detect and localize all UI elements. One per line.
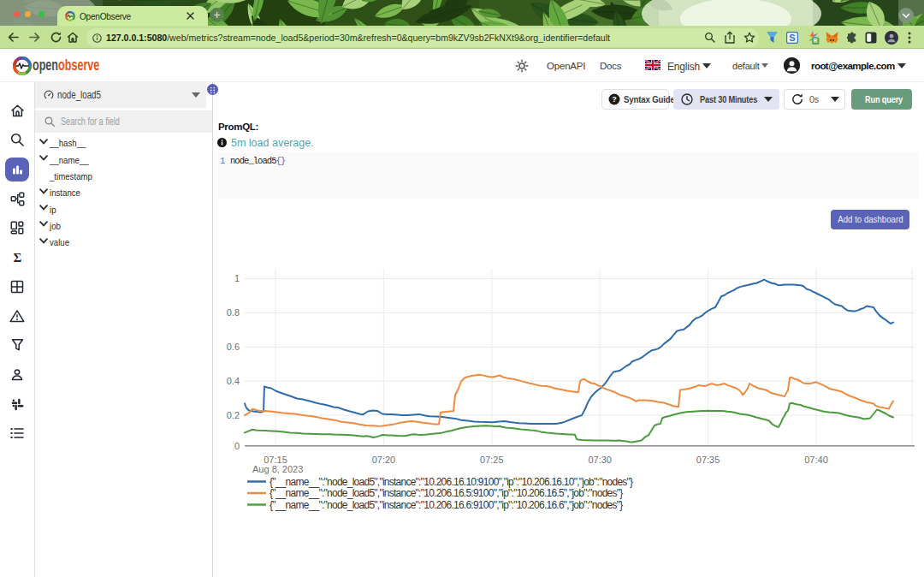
svg-text:07:20: 07:20 bbox=[372, 455, 396, 465]
svg-text:1: 1 bbox=[234, 273, 240, 283]
svg-text:07:40: 07:40 bbox=[804, 455, 828, 465]
svg-text:07:25: 07:25 bbox=[480, 455, 504, 465]
svg-text:Σ: Σ bbox=[13, 251, 21, 265]
svg-text:R: R bbox=[814, 38, 818, 44]
svg-text:07:15: 07:15 bbox=[264, 455, 287, 465]
svg-text:Aug 8, 2023: Aug 8, 2023 bbox=[252, 464, 303, 474]
svg-text:07:35: 07:35 bbox=[696, 455, 720, 465]
svg-text:S: S bbox=[789, 33, 795, 43]
svg-text:?: ? bbox=[612, 95, 616, 104]
svg-text:0.6: 0.6 bbox=[227, 342, 240, 352]
svg-text:07:30: 07:30 bbox=[588, 455, 612, 465]
svg-text:0: 0 bbox=[234, 441, 240, 451]
svg-text:0.4: 0.4 bbox=[227, 376, 240, 386]
svg-text:0.8: 0.8 bbox=[227, 307, 240, 318]
svg-text:0.2: 0.2 bbox=[227, 410, 240, 420]
svg-text:{"__name__":"node_load5","inst: {"__name__":"node_load5","instance":"10.… bbox=[270, 476, 633, 488]
svg-text:{"__name__":"node_load5","inst: {"__name__":"node_load5","instance":"10.… bbox=[270, 499, 623, 511]
svg-text:{"__name__":"node_load5","inst: {"__name__":"node_load5","instance":"10.… bbox=[270, 487, 623, 499]
